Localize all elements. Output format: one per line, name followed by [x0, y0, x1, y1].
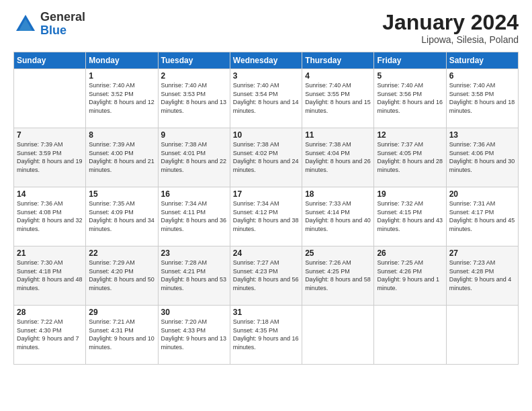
sunrise-text: Sunrise: 7:39 AM [17, 140, 83, 149]
day-info: Sunrise: 7:36 AMSunset: 4:06 PMDaylight:… [449, 140, 515, 174]
logo-icon [13, 12, 38, 36]
day-cell [14, 69, 86, 128]
daylight-text: Daylight: 9 hours and 7 minutes. [17, 334, 83, 351]
sunset-text: Sunset: 3:53 PM [161, 90, 227, 99]
col-friday: Friday [374, 52, 446, 69]
daylight-text: Daylight: 8 hours and 50 minutes. [89, 275, 154, 292]
sunrise-text: Sunrise: 7:38 AM [305, 140, 371, 149]
sunrise-text: Sunrise: 7:40 AM [377, 81, 443, 90]
day-cell: 17Sunrise: 7:34 AMSunset: 4:12 PMDayligh… [230, 187, 302, 246]
day-cell: 16Sunrise: 7:34 AMSunset: 4:11 PMDayligh… [158, 187, 230, 246]
logo-blue: Blue [40, 24, 85, 38]
day-info: Sunrise: 7:40 AMSunset: 3:55 PMDaylight:… [305, 81, 371, 115]
daylight-text: Daylight: 8 hours and 28 minutes. [377, 157, 443, 174]
sunset-text: Sunset: 4:14 PM [305, 208, 371, 217]
day-cell: 5Sunrise: 7:40 AMSunset: 3:56 PMDaylight… [374, 69, 446, 128]
sunset-text: Sunset: 4:09 PM [89, 208, 154, 217]
day-number: 17 [233, 189, 299, 199]
day-number: 2 [161, 71, 227, 81]
calendar: Sunday Monday Tuesday Wednesday Thursday… [13, 52, 519, 365]
sunset-text: Sunset: 4:12 PM [233, 208, 299, 217]
day-info: Sunrise: 7:28 AMSunset: 4:21 PMDaylight:… [161, 259, 227, 292]
sunset-text: Sunset: 4:28 PM [449, 267, 515, 276]
daylight-text: Daylight: 8 hours and 30 minutes. [449, 157, 515, 174]
sunset-text: Sunset: 4:17 PM [449, 208, 515, 217]
daylight-text: Daylight: 8 hours and 36 minutes. [161, 216, 227, 233]
day-cell: 7Sunrise: 7:39 AMSunset: 3:59 PMDaylight… [14, 128, 86, 187]
location-subtitle: Lipowa, Silesia, Poland [382, 34, 519, 45]
day-cell: 15Sunrise: 7:35 AMSunset: 4:09 PMDayligh… [86, 187, 158, 246]
day-cell: 9Sunrise: 7:38 AMSunset: 4:01 PMDaylight… [158, 128, 230, 187]
month-title: January 2024 [382, 11, 519, 34]
day-cell: 13Sunrise: 7:36 AMSunset: 4:06 PMDayligh… [446, 128, 518, 187]
day-info: Sunrise: 7:38 AMSunset: 4:01 PMDaylight:… [161, 140, 227, 174]
day-info: Sunrise: 7:31 AMSunset: 4:17 PMDaylight:… [449, 199, 515, 233]
sunrise-text: Sunrise: 7:34 AM [233, 199, 299, 208]
sunrise-text: Sunrise: 7:26 AM [305, 259, 371, 267]
day-cell: 4Sunrise: 7:40 AMSunset: 3:55 PMDaylight… [302, 69, 374, 128]
day-number: 24 [233, 248, 299, 258]
day-number: 12 [377, 130, 443, 140]
day-info: Sunrise: 7:29 AMSunset: 4:20 PMDaylight:… [89, 259, 154, 292]
day-number: 1 [89, 71, 154, 81]
day-info: Sunrise: 7:39 AMSunset: 4:00 PMDaylight:… [89, 140, 154, 174]
day-info: Sunrise: 7:40 AMSunset: 3:52 PMDaylight:… [89, 81, 154, 115]
col-wednesday: Wednesday [230, 52, 302, 69]
day-number: 28 [17, 308, 83, 317]
page: General Blue January 2024 Lipowa, Silesi… [0, 0, 532, 411]
day-number: 29 [89, 308, 154, 317]
sunrise-text: Sunrise: 7:22 AM [17, 318, 83, 326]
sunset-text: Sunset: 4:06 PM [449, 149, 515, 158]
day-number: 10 [233, 130, 299, 140]
sunrise-text: Sunrise: 7:40 AM [305, 81, 371, 90]
day-cell: 24Sunrise: 7:27 AMSunset: 4:23 PMDayligh… [230, 246, 302, 306]
sunset-text: Sunset: 3:56 PM [377, 90, 443, 99]
day-number: 4 [305, 71, 371, 81]
sunset-text: Sunset: 4:05 PM [377, 149, 443, 158]
day-info: Sunrise: 7:36 AMSunset: 4:08 PMDaylight:… [17, 199, 83, 233]
day-cell: 22Sunrise: 7:29 AMSunset: 4:20 PMDayligh… [86, 246, 158, 306]
sunset-text: Sunset: 4:25 PM [305, 267, 371, 276]
sunset-text: Sunset: 4:23 PM [233, 267, 299, 276]
header: General Blue January 2024 Lipowa, Silesi… [13, 11, 519, 45]
day-number: 21 [17, 248, 83, 258]
col-sunday: Sunday [14, 52, 86, 69]
sunrise-text: Sunrise: 7:38 AM [233, 140, 299, 149]
daylight-text: Daylight: 8 hours and 40 minutes. [305, 216, 371, 233]
day-cell: 10Sunrise: 7:38 AMSunset: 4:02 PMDayligh… [230, 128, 302, 187]
sunrise-text: Sunrise: 7:28 AM [161, 259, 227, 267]
day-cell [302, 306, 374, 365]
day-cell: 6Sunrise: 7:40 AMSunset: 3:58 PMDaylight… [446, 69, 518, 128]
sunrise-text: Sunrise: 7:32 AM [377, 199, 443, 208]
daylight-text: Daylight: 8 hours and 13 minutes. [161, 98, 227, 115]
day-cell [446, 306, 518, 365]
daylight-text: Daylight: 8 hours and 38 minutes. [233, 216, 299, 233]
sunrise-text: Sunrise: 7:20 AM [161, 318, 227, 326]
day-info: Sunrise: 7:40 AMSunset: 3:58 PMDaylight:… [449, 81, 515, 115]
week-row-1: 1Sunrise: 7:40 AMSunset: 3:52 PMDaylight… [14, 69, 519, 128]
daylight-text: Daylight: 8 hours and 48 minutes. [17, 275, 83, 292]
sunset-text: Sunset: 4:33 PM [161, 326, 227, 335]
sunrise-text: Sunrise: 7:25 AM [377, 259, 443, 267]
daylight-text: Daylight: 8 hours and 15 minutes. [305, 98, 371, 115]
day-info: Sunrise: 7:38 AMSunset: 4:02 PMDaylight:… [233, 140, 299, 174]
daylight-text: Daylight: 8 hours and 56 minutes. [233, 275, 299, 292]
day-cell: 21Sunrise: 7:30 AMSunset: 4:18 PMDayligh… [14, 246, 86, 306]
week-row-2: 7Sunrise: 7:39 AMSunset: 3:59 PMDaylight… [14, 128, 519, 187]
sunset-text: Sunset: 4:08 PM [17, 208, 83, 217]
day-cell: 23Sunrise: 7:28 AMSunset: 4:21 PMDayligh… [158, 246, 230, 306]
day-number: 18 [305, 189, 371, 199]
sunrise-text: Sunrise: 7:23 AM [449, 259, 515, 267]
day-cell: 14Sunrise: 7:36 AMSunset: 4:08 PMDayligh… [14, 187, 86, 246]
day-number: 20 [449, 189, 515, 199]
sunset-text: Sunset: 4:31 PM [89, 326, 154, 335]
day-info: Sunrise: 7:40 AMSunset: 3:56 PMDaylight:… [377, 81, 443, 115]
sunset-text: Sunset: 4:04 PM [305, 149, 371, 158]
title-block: January 2024 Lipowa, Silesia, Poland [382, 11, 519, 45]
sunrise-text: Sunrise: 7:31 AM [449, 199, 515, 208]
sunset-text: Sunset: 3:58 PM [449, 90, 515, 99]
day-cell: 12Sunrise: 7:37 AMSunset: 4:05 PMDayligh… [374, 128, 446, 187]
day-info: Sunrise: 7:33 AMSunset: 4:14 PMDaylight:… [305, 199, 371, 233]
day-number: 9 [161, 130, 227, 140]
sunrise-text: Sunrise: 7:21 AM [89, 318, 154, 326]
